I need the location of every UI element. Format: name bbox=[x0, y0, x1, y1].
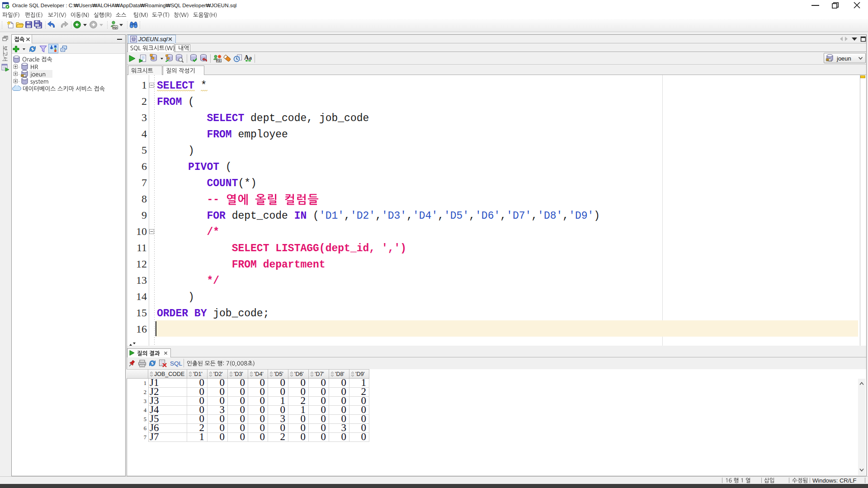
svg-text:SQL: SQL bbox=[217, 59, 221, 62]
svg-text:a: a bbox=[249, 54, 252, 61]
svg-text:SQL: SQL bbox=[113, 26, 118, 29]
